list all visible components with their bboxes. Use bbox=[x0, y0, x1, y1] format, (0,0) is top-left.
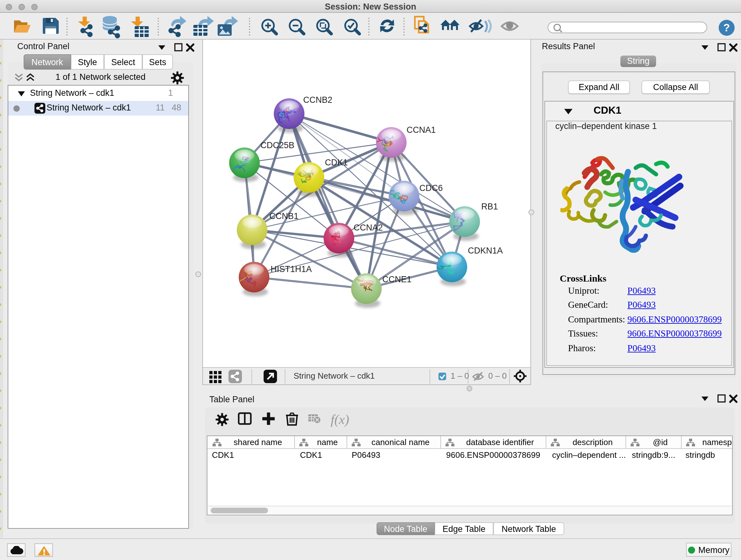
svg-text:CCNE1: CCNE1 bbox=[382, 274, 412, 284]
svg-text:CCNA1: CCNA1 bbox=[407, 125, 436, 135]
svg-text:CDC25B: CDC25B bbox=[260, 140, 294, 150]
svg-text:RB1: RB1 bbox=[481, 202, 498, 211]
svg-text:CDC6: CDC6 bbox=[419, 183, 443, 193]
svg-text:CCNA2: CCNA2 bbox=[354, 223, 383, 233]
svg-text:CDK1: CDK1 bbox=[325, 158, 348, 167]
svg-text:CCNB2: CCNB2 bbox=[303, 95, 333, 105]
svg-text:CCNB1: CCNB1 bbox=[269, 211, 299, 221]
svg-text:HIST1H1A: HIST1H1A bbox=[271, 264, 312, 274]
svg-text:CDKN1A: CDKN1A bbox=[468, 246, 503, 255]
svg-text:f(x): f(x) bbox=[331, 412, 349, 427]
